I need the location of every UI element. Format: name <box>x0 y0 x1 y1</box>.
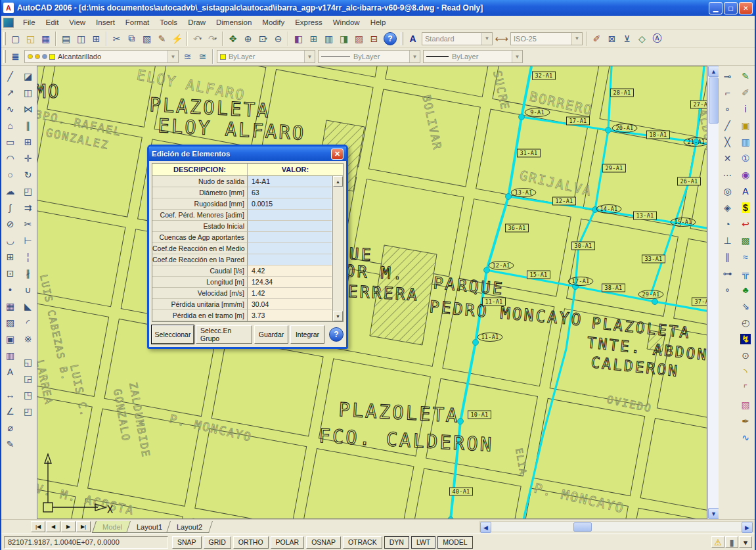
row-value[interactable] <box>248 232 332 243</box>
dim-style-icon[interactable]: ⟷ <box>494 32 509 46</box>
chevron-down-icon[interactable]: ▼ <box>481 33 492 45</box>
draworder-front-button[interactable]: ◱ <box>20 354 36 370</box>
communication-warning-icon[interactable]: ⚠ <box>711 536 724 548</box>
construction-line-button[interactable]: ↗ <box>3 85 18 101</box>
chevron-down-icon[interactable]: ▼ <box>571 33 582 45</box>
join-button[interactable]: ∪ <box>20 282 36 298</box>
toolbar-grip[interactable] <box>401 32 403 45</box>
flow-tool-button[interactable]: ≈ <box>738 249 753 265</box>
drop-connection-button[interactable]: ⊥ <box>720 233 736 248</box>
copy-object-button[interactable]: ◫ <box>20 85 36 101</box>
offset-button[interactable]: ∥ <box>20 118 36 133</box>
chamfer-button[interactable]: ◣ <box>20 298 36 314</box>
pipe-junction-node[interactable] <box>606 127 611 133</box>
copy-button[interactable]: ⧉ <box>124 32 139 46</box>
tab-layout2[interactable]: Layout2 <box>166 521 213 533</box>
scroll-right-icon[interactable]: ▶ <box>742 522 753 533</box>
move-button[interactable]: ✛ <box>20 150 36 166</box>
document-window-icon[interactable] <box>3 18 14 28</box>
lock-status-icon[interactable]: ▮ <box>725 536 738 548</box>
line-button[interactable]: ╱ <box>3 68 18 84</box>
toggle-dyn[interactable]: DYN <box>384 536 409 549</box>
layer-on-bulb-icon[interactable] <box>28 54 33 59</box>
rectangle-button[interactable]: ▭ <box>3 134 18 150</box>
drawing-area[interactable]: ELOY ALFAROBPO. RAFAELGONZALEZSUCREBORRE… <box>37 66 707 519</box>
scroll-down-icon[interactable]: ▼ <box>708 508 719 519</box>
chevron-down-icon[interactable]: ▼ <box>409 51 420 62</box>
gauge-clock-button[interactable]: ◴ <box>738 315 753 331</box>
frame-corner-button[interactable]: ⌜ <box>738 380 753 396</box>
dim-update-button[interactable]: ⊻ <box>619 32 634 46</box>
row-value[interactable]: 14-A1 <box>248 176 332 187</box>
sheetset-manager-button[interactable]: ◨ <box>336 32 351 46</box>
next-tab-button[interactable]: ▶ <box>61 521 76 532</box>
vertical-scroll-thumb[interactable] <box>709 78 719 124</box>
parallel-pipes-button[interactable]: ∥ <box>720 249 736 265</box>
pipe-intersect-button[interactable]: ✕ <box>720 150 736 166</box>
scroll-up-icon[interactable]: ▲ <box>708 66 719 77</box>
toggle-snap[interactable]: SNAP <box>172 536 202 549</box>
about-info-button[interactable]: ① <box>738 150 753 166</box>
pipe-slope-button[interactable]: ╱ <box>720 118 736 133</box>
pen-pick-button[interactable]: ✒ <box>738 413 753 429</box>
seleccionar-button[interactable]: Seleccionar <box>152 325 194 344</box>
layer-freeze-sun-icon[interactable] <box>35 54 40 59</box>
tool-palettes-button[interactable]: ▥ <box>321 32 336 46</box>
pipe-sketch-button[interactable]: ✐ <box>738 85 753 101</box>
dialog-close-icon[interactable]: ✕ <box>331 149 344 160</box>
spline-button[interactable]: ∫ <box>3 200 18 216</box>
restore-button[interactable]: ◻ <box>724 2 738 14</box>
first-tab-button[interactable]: |◀ <box>31 521 45 532</box>
row-value[interactable] <box>248 210 332 221</box>
quick-leader-button[interactable]: ✎ <box>3 436 18 452</box>
menu-tools[interactable]: Tools <box>154 17 183 28</box>
dialog-scroll-down-icon[interactable]: ▼ <box>333 311 343 321</box>
markup-set-manager-button[interactable]: ▨ <box>351 32 367 46</box>
toolbar-grip[interactable] <box>3 32 6 45</box>
dim-edit-button[interactable]: ✐ <box>589 32 604 46</box>
redo-button[interactable]: ↷▾ <box>205 32 220 46</box>
block-editor-button[interactable]: ⚡ <box>169 32 185 46</box>
menu-express[interactable]: Express <box>290 17 328 28</box>
open-file-button[interactable]: ◱ <box>23 32 38 46</box>
lock-button[interactable]: ▣ <box>738 118 753 133</box>
menu-edit[interactable]: Edit <box>41 17 64 28</box>
row-value[interactable]: 4.42 <box>248 265 332 277</box>
small-node-button[interactable]: ∘ <box>720 282 736 298</box>
ellipse-arc-button[interactable]: ◡ <box>3 233 18 248</box>
export-chart-button[interactable]: ⇘ <box>738 298 753 314</box>
lineweight-control-combo[interactable]: ByLayer ▼ <box>423 50 523 63</box>
text-tool-button[interactable]: A <box>738 183 753 199</box>
multiline-text-button[interactable]: A <box>3 364 18 380</box>
toggle-grid[interactable]: GRID <box>204 536 231 549</box>
data-table-button[interactable]: ▥ <box>738 134 753 150</box>
node-chain-button[interactable]: ⊶ <box>720 265 736 281</box>
faucet-button[interactable]: ╦ <box>738 265 753 281</box>
dim-override-button[interactable]: ◇ <box>634 32 650 46</box>
search-rays-button[interactable]: ◉ <box>738 167 753 183</box>
mirror-button[interactable]: ⋈ <box>20 101 36 117</box>
scroll-left-icon[interactable]: ◀ <box>480 522 491 533</box>
chart-edit-button[interactable]: ✎ <box>738 68 753 84</box>
match-properties-button[interactable]: ✎ <box>154 32 169 46</box>
lightning-button[interactable]: ↯ <box>738 331 753 347</box>
drawing-canvas[interactable]: ELOY ALFAROBPO. RAFAELGONZALEZSUCREBORRE… <box>37 66 707 518</box>
status-menu-icon[interactable]: ▾ <box>739 536 752 548</box>
circle-button[interactable]: ○ <box>3 167 18 183</box>
point-button[interactable]: • <box>3 282 18 298</box>
tab-layout1[interactable]: Layout1 <box>126 521 173 533</box>
color-control-combo[interactable]: ByLayer ▼ <box>217 50 315 63</box>
make-block-button[interactable]: ⊡ <box>3 265 18 281</box>
hatch-frame-button[interactable]: ▧ <box>738 397 753 413</box>
draworder-under-button[interactable]: ◰ <box>20 403 36 419</box>
scale-button[interactable]: ◰ <box>20 183 36 199</box>
ellipse-button[interactable]: ⊘ <box>3 216 18 232</box>
arc-button[interactable]: ◠ <box>3 150 18 166</box>
dim-text-edit-button[interactable]: ⊠ <box>604 32 619 46</box>
table-button[interactable]: ▥ <box>3 348 18 363</box>
close-button[interactable]: ✕ <box>739 2 753 14</box>
quickcalc-button[interactable]: ⊟ <box>367 32 382 46</box>
guardar-button[interactable]: Guardar <box>254 325 288 344</box>
polyline-button[interactable]: ∿ <box>3 101 18 117</box>
undo-button[interactable]: ↶▾ <box>190 32 205 46</box>
